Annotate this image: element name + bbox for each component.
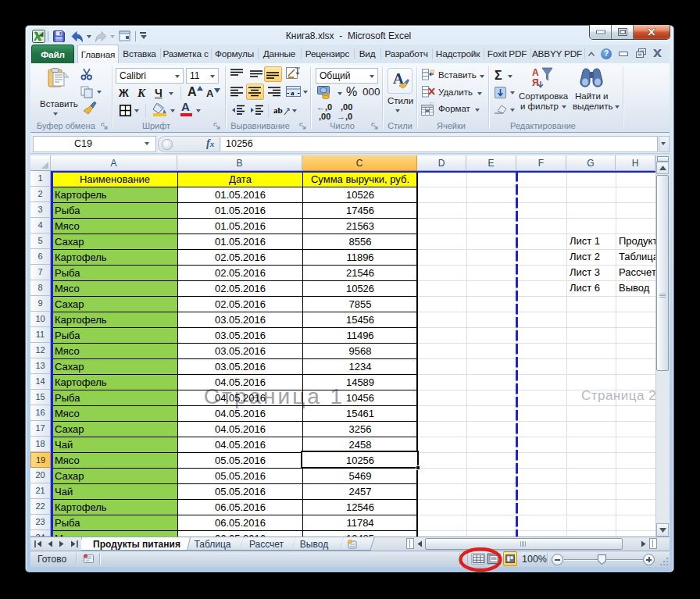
svg-text:Я: Я bbox=[532, 77, 539, 88]
svg-text:ab: ab bbox=[273, 105, 283, 115]
svg-text:А: А bbox=[532, 67, 539, 78]
svg-text:a: a bbox=[291, 89, 295, 97]
